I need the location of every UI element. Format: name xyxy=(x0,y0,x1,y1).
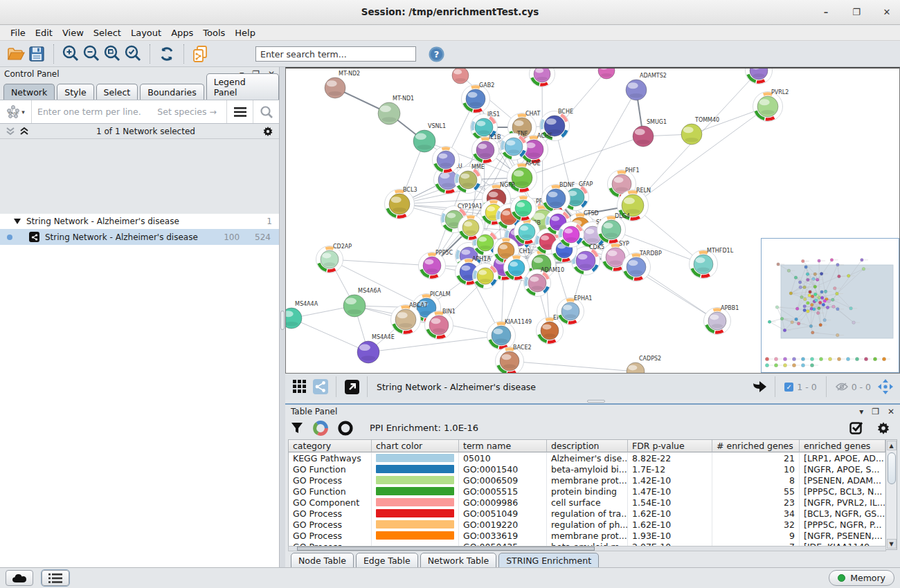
table-row[interactable]: KEGG Pathways05010Alzheimer's dise...8.8… xyxy=(289,452,885,463)
network-node-GAB2[interactable]: GAB2 xyxy=(462,82,495,113)
network-node-DLG4[interactable]: DLG4 xyxy=(597,213,630,244)
close-button[interactable]: ✕ xyxy=(879,4,894,19)
table-row[interactable]: GO ProcessGO:0051049regulation of tra...… xyxy=(289,508,885,519)
network-node-MS4A6A[interactable]: MS4A6A xyxy=(343,288,381,317)
network-node[interactable] xyxy=(746,68,773,84)
tab-network[interactable]: Network xyxy=(3,84,55,100)
network-node-MS4A4E[interactable]: MS4A4E xyxy=(357,334,395,363)
menu-item-edit[interactable]: Edit xyxy=(30,26,57,39)
network-node-CD2AP[interactable]: CD2AP xyxy=(316,244,352,273)
network-canvas[interactable]: MT-ND2MT-ND1VSNL1GAB2IRS1CHATBCHEACHETNF… xyxy=(285,67,900,374)
tab-node-table[interactable]: Node Table xyxy=(291,553,354,569)
column-header-category[interactable]: category xyxy=(289,440,372,452)
network-node-APBB1[interactable]: APBB1 xyxy=(704,305,739,335)
menu-item-help[interactable]: Help xyxy=(230,26,260,39)
select-all-check-icon[interactable] xyxy=(849,421,864,435)
column-header--enriched-genes[interactable]: # enriched genes xyxy=(712,440,800,452)
network-node[interactable] xyxy=(473,264,498,289)
hscrollbar-thumb[interactable] xyxy=(297,546,595,551)
network-node[interactable] xyxy=(458,215,484,241)
network-node-EPHA1[interactable]: EPHA1 xyxy=(557,295,593,325)
ring-chart-icon[interactable] xyxy=(338,421,353,436)
collapse-all-icon[interactable] xyxy=(6,127,15,136)
minimize-button[interactable]: – xyxy=(818,4,834,19)
tab-legend-panel[interactable]: Legend Panel xyxy=(206,73,279,100)
tab-select[interactable]: Select xyxy=(96,84,138,100)
table-vertical-scrollbar[interactable]: ▲ ▼ xyxy=(885,440,897,549)
clone-network-icon[interactable] xyxy=(190,44,211,64)
network-node[interactable] xyxy=(559,222,584,248)
scroll-down-icon[interactable]: ▼ xyxy=(887,539,897,549)
column-header-description[interactable]: description xyxy=(547,440,628,452)
navigate-icon[interactable] xyxy=(875,376,896,397)
filter-icon[interactable] xyxy=(291,422,303,434)
share-network-icon[interactable] xyxy=(310,376,331,397)
table-splitter-handle[interactable] xyxy=(587,400,605,403)
zoom-in-icon[interactable] xyxy=(60,44,81,64)
network-node-MS4A4A[interactable]: MS4A4A xyxy=(286,301,318,329)
birds-eye-view[interactable] xyxy=(761,238,899,373)
search-input[interactable] xyxy=(255,46,416,62)
network-node[interactable] xyxy=(433,147,460,174)
open-in-new-icon[interactable] xyxy=(341,376,362,397)
grid-view-icon[interactable] xyxy=(289,376,310,397)
table-row[interactable]: GO FunctionGO:0001540beta-amyloid bi...1… xyxy=(289,463,885,475)
memory-button[interactable]: Memory xyxy=(829,570,894,586)
table-horizontal-scrollbar[interactable] xyxy=(288,546,886,551)
cloud-button[interactable] xyxy=(6,570,33,586)
network-node-CADPS2[interactable]: CADPS2 xyxy=(627,356,661,373)
table-settings-gear-icon[interactable] xyxy=(876,421,890,435)
network-node-PVRL2[interactable]: PVRL2 xyxy=(753,89,789,122)
network-node-MTHFD1L[interactable]: MTHFD1L xyxy=(690,248,734,279)
menu-item-select[interactable]: Select xyxy=(89,26,126,39)
network-node[interactable] xyxy=(530,68,555,87)
enrichment-chart-icon[interactable] xyxy=(313,421,328,436)
tab-network-table[interactable]: Network Table xyxy=(420,553,497,569)
refresh-icon[interactable] xyxy=(156,44,177,64)
panel-splitter[interactable] xyxy=(280,67,285,567)
menu-item-file[interactable]: File xyxy=(6,26,30,39)
network-node[interactable] xyxy=(452,68,469,84)
scroll-up-icon[interactable]: ▲ xyxy=(887,441,897,450)
tab-boundaries[interactable]: Boundaries xyxy=(140,84,204,100)
table-row[interactable]: GO FunctionGO:0005515protein binding1.47… xyxy=(289,486,885,497)
network-node[interactable] xyxy=(504,255,530,281)
zoom-out-icon[interactable] xyxy=(81,44,102,64)
table-row[interactable]: GO ProcessGO:0033619membrane prot...1.93… xyxy=(289,530,885,541)
maximize-button[interactable]: ❐ xyxy=(849,4,864,19)
open-session-icon[interactable] xyxy=(6,44,26,64)
network-node-SMUG1[interactable]: SMUG1 xyxy=(633,119,667,147)
menu-item-layout[interactable]: Layout xyxy=(126,26,166,39)
column-header-enriched-genes[interactable]: enriched genes xyxy=(800,440,885,452)
menu-item-tools[interactable]: Tools xyxy=(198,26,230,39)
save-session-icon[interactable] xyxy=(26,44,47,64)
network-node-TNF[interactable]: TNF xyxy=(501,131,528,160)
tab-style[interactable]: Style xyxy=(57,84,93,100)
menu-item-view[interactable]: View xyxy=(57,26,89,39)
expand-all-icon[interactable] xyxy=(19,127,29,136)
help-icon[interactable]: ? xyxy=(426,44,447,64)
string-options-icon[interactable] xyxy=(226,100,253,123)
network-node-ADAMTS2[interactable]: ADAMTS2 xyxy=(626,73,667,100)
table-panel-menu-icon[interactable]: ▾ xyxy=(859,407,863,416)
menu-item-apps[interactable]: Apps xyxy=(166,26,198,39)
network-node-PPP5C[interactable]: PPP5C xyxy=(419,250,453,279)
tree-expander-icon[interactable] xyxy=(14,219,21,224)
collection-row[interactable]: String Network - Alzheimer's disease 1 xyxy=(0,214,279,229)
export-network-icon[interactable] xyxy=(749,376,770,397)
network-node-MT-ND2[interactable]: MT-ND2 xyxy=(325,71,360,98)
table-row[interactable]: GO ComponentGO:0009986cell surface1.54E-… xyxy=(289,497,885,508)
network-row-selected[interactable]: String Network - Alzheimer's disease 100… xyxy=(0,229,279,245)
tab-edge-table[interactable]: Edge Table xyxy=(356,553,418,569)
string-search-icon[interactable] xyxy=(253,100,279,123)
network-node-MT-ND1[interactable]: MT-ND1 xyxy=(378,95,414,125)
table-row[interactable]: GO ProcessGO:0019220regulation of ph...1… xyxy=(289,519,885,530)
network-node-ADAM10[interactable]: ADAM10 xyxy=(524,267,565,297)
column-header-term-name[interactable]: term name xyxy=(459,440,547,452)
string-term-input[interactable] xyxy=(32,107,226,117)
table-panel-float-icon[interactable]: ❐ xyxy=(872,407,879,416)
zoom-selected-icon[interactable] xyxy=(123,44,143,64)
network-node[interactable] xyxy=(511,196,537,221)
tab-string-enrichment[interactable]: STRING Enrichment xyxy=(498,553,599,569)
column-header-FDR-p-value[interactable]: FDR p-value xyxy=(628,440,712,452)
